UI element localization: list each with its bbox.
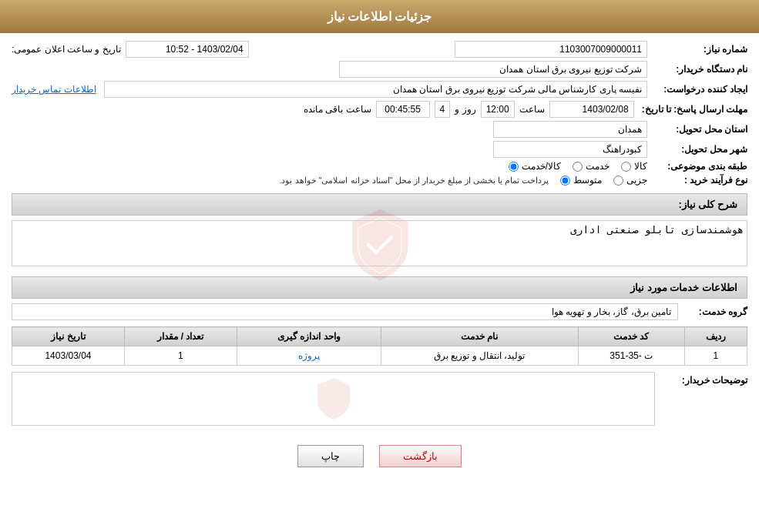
cell-nam: تولید، انتقال و توزیع برق — [381, 346, 578, 366]
services-table-body: 1 ت -35-351 تولید، انتقال و توزیع برق پر… — [12, 346, 747, 366]
radio-jazii[interactable]: جزیی — [613, 175, 647, 186]
watermark-shield-icon-notes — [311, 376, 357, 422]
kala-label: کالا — [634, 161, 647, 172]
ijad-konande-value: نفیسه پاری کارشناس مالی شرکت توزیع نیروی… — [104, 81, 647, 98]
row-mohlat: مهلت ارسال پاسخ: تا تاریخ: 1403/02/08 سا… — [12, 101, 747, 118]
jazii-label: جزیی — [626, 175, 647, 186]
khadamat-info-title: اطلاعات خدمات مورد نیاز — [630, 282, 737, 293]
baghimande-label: ساعت باقی مانده — [304, 104, 371, 115]
tosifat-label: توضیحات خریدار: — [663, 372, 747, 386]
tarikh-value: 1403/02/08 — [549, 101, 634, 118]
radio-jazii-input[interactable] — [613, 176, 623, 186]
tabaqe-bandi-label: طبقه بندی موضوعی: — [647, 161, 747, 172]
ijad-konande-label: ایجاد کننده درخواست: — [647, 84, 747, 95]
tarikh-saat-col: 1403/02/04 - 10:52 تاریخ و ساعت اعلان عم… — [12, 41, 380, 58]
sharh-section-title: شرح کلی نیاز: — [12, 193, 747, 216]
cell-radif: 1 — [684, 346, 747, 366]
mohlat-details: 1403/02/08 ساعت 12:00 روز و 4 00:45:55 س… — [304, 101, 634, 118]
button-row: بازگشت چاپ — [12, 433, 747, 479]
col-tedad: تعداد / مقدار — [124, 327, 237, 346]
page-header: جزئیات اطلاعات نیاز — [0, 0, 759, 33]
radio-motevasset[interactable]: متوسط — [560, 175, 602, 186]
page-title: جزئیات اطلاعات نیاز — [327, 10, 432, 23]
shahr-tahvil-label: شهر محل تحویل: — [647, 144, 747, 155]
col-vahed: واحد اندازه گیری — [237, 327, 381, 346]
cell-vahed: پروژه — [237, 346, 381, 366]
cell-kod: ت -35-351 — [578, 346, 684, 366]
shahr-tahvil-value: کبودراهنگ — [493, 141, 647, 158]
row-ostan: استان محل تحویل: همدان — [12, 121, 747, 138]
services-table-head: ردیف کد خدمت نام خدمت واحد اندازه گیری ت… — [12, 327, 747, 346]
col-tarikh: تاریخ نیاز — [12, 327, 125, 346]
khadamat-section-title: اطلاعات خدمات مورد نیاز — [12, 276, 747, 299]
farayand-note: پرداخت تمام یا بخشی از مبلغ خریدار از مح… — [279, 176, 549, 186]
radio-khedmat[interactable]: خدمت — [573, 161, 610, 172]
radio-khedmat-input[interactable] — [573, 162, 583, 172]
sharh-kolli-textarea[interactable] — [12, 220, 747, 266]
row-shomare: شماره نیاز: 1103007009000011 1403/02/04 … — [12, 41, 747, 58]
row-shahr: شهر محل تحویل: کبودراهنگ — [12, 141, 747, 158]
col-kod: کد خدمت — [578, 327, 684, 346]
print-button[interactable]: چاپ — [297, 445, 364, 467]
grohe-khedmat-row: گروه خدمت: تامین برق، گاز، بخار و تهویه … — [12, 303, 747, 320]
nav-farayand-label: نوع فرآیند خرید : — [647, 175, 747, 186]
motevasset-label: متوسط — [573, 175, 602, 186]
grohe-khedmat-label: گروه خدمت: — [678, 306, 747, 317]
row-namdastgah: نام دستگاه خریدار: شرکت توزیع نیروی برق … — [12, 61, 747, 78]
rooz-value: 4 — [435, 101, 451, 118]
saat-label: ساعت — [519, 104, 545, 115]
row-tabaqe: طبقه بندی موضوعی: کالا خدمت کالا/خدمت — [12, 161, 747, 172]
services-header-row: ردیف کد خدمت نام خدمت واحد اندازه گیری ت… — [12, 327, 747, 346]
tosifat-box — [12, 372, 655, 426]
col-nam: نام خدمت — [381, 327, 578, 346]
kala-khedmat-label: کالا/خدمت — [522, 161, 561, 172]
contact-info-link[interactable]: اطلاعات تماس خریدار — [12, 84, 96, 95]
radio-motevasset-input[interactable] — [560, 176, 570, 186]
buyer-notes-row: توضیحات خریدار: — [12, 372, 747, 426]
cell-tarikh: 1403/03/04 — [12, 346, 125, 366]
tarikh-saat-label: تاریخ و ساعت اعلان عمومی: — [12, 44, 121, 55]
services-table: ردیف کد خدمت نام خدمت واحد اندازه گیری ت… — [12, 326, 747, 366]
shomare-niaz-label: شماره نیاز: — [647, 44, 747, 55]
sharh-kolli-label: شرح کلی نیاز: — [678, 199, 737, 210]
row-ijadkonande: ایجاد کننده درخواست: نفیسه پاری کارشناس … — [12, 81, 747, 98]
khedmat-label: خدمت — [586, 161, 610, 172]
page-container: جزئیات اطلاعات نیاز شماره نیاز: 11030070… — [0, 0, 759, 532]
radio-kala[interactable]: کالا — [621, 161, 647, 172]
nam-dastgah-value: شرکت توزیع نیروی برق استان همدان — [339, 61, 647, 78]
cell-tedad: 1 — [124, 346, 237, 366]
shomare-niaz-col: شماره نیاز: 1103007009000011 — [380, 41, 748, 58]
mohlat-ersal-label: مهلت ارسال پاسخ: تا تاریخ: — [634, 104, 747, 115]
tarikh-saat-value: 1403/02/04 - 10:52 — [126, 41, 249, 58]
rooz-label: روز و — [455, 104, 475, 115]
radio-kala-khedmat[interactable]: کالا/خدمت — [509, 161, 561, 172]
row-navfarayand: نوع فرآیند خرید : جزیی متوسط پرداخت تمام… — [12, 175, 747, 186]
ostan-tahvil-label: استان محل تحویل: — [647, 124, 747, 135]
sharh-container — [12, 220, 747, 269]
ostan-tahvil-value: همدان — [493, 121, 647, 138]
saat-value: 12:00 — [481, 101, 515, 118]
countdown-value: 00:45:55 — [376, 101, 430, 118]
tabaqe-radio-group: کالا خدمت کالا/خدمت — [509, 161, 647, 172]
grohe-khedmat-value: تامین برق، گاز، بخار و تهویه هوا — [12, 303, 678, 320]
shomare-niaz-value: 1103007009000011 — [455, 41, 647, 58]
col-radif: ردیف — [684, 327, 747, 346]
nam-dastgah-label: نام دستگاه خریدار: — [647, 64, 747, 75]
radio-kala-input[interactable] — [621, 162, 631, 172]
back-button[interactable]: بازگشت — [379, 445, 462, 467]
farayand-radio-group: جزیی متوسط — [560, 175, 647, 186]
table-row: 1 ت -35-351 تولید، انتقال و توزیع برق پر… — [12, 346, 747, 366]
content-area: شماره نیاز: 1103007009000011 1403/02/04 … — [0, 33, 759, 487]
radio-kala-khedmat-input[interactable] — [509, 162, 519, 172]
